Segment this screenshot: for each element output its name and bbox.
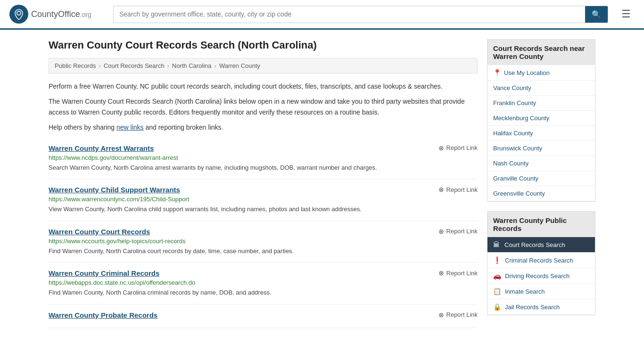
search-button[interactable]: 🔍 [585, 6, 608, 23]
new-links-link[interactable]: new links [116, 123, 144, 131]
result-url[interactable]: https://www.ncdps.gov/document/warrant-a… [49, 154, 478, 161]
location-icon: 📍 [493, 69, 501, 76]
result-title[interactable]: Warren County Child Support Warrants [49, 186, 180, 194]
logo-icon [9, 5, 28, 24]
nearby-section-title: Court Records Search near Warren County [487, 40, 595, 65]
sidebar: Court Records Search near Warren County … [487, 39, 595, 328]
result-url[interactable]: https://www.nccourts.gov/help-topics/cou… [49, 238, 478, 245]
sidebar-record-icon: 📋 [493, 288, 501, 295]
nearby-county-link[interactable]: Greensville County [487, 186, 595, 201]
report-label: Report Link [446, 270, 478, 277]
breadcrumb-item-warren-county: Warren County [219, 62, 260, 69]
hamburger-icon: ☰ [621, 8, 631, 20]
breadcrumb-item-north-carolina[interactable]: North Carolina [172, 62, 212, 69]
public-records-link[interactable]: 🏛Court Records Search [487, 237, 595, 253]
public-records-link[interactable]: 🔒Jail Records Search [487, 299, 595, 315]
nearby-county-link[interactable]: Brunswick County [487, 141, 595, 156]
nearby-county-link[interactable]: Halifax County [487, 126, 595, 141]
result-title[interactable]: Warren County Arrest Warrants [49, 144, 154, 152]
use-my-location-link[interactable]: 📍 Use My Location [487, 65, 595, 81]
result-desc: View Warren County, North Carolina child… [49, 205, 478, 214]
description-3: Help others by sharing new links and rep… [49, 122, 478, 132]
sidebar-record-icon: 🔒 [493, 303, 501, 311]
public-records-link[interactable]: 🚗Driving Records Search [487, 268, 595, 284]
menu-button[interactable]: ☰ [618, 6, 635, 22]
report-link[interactable]: ⊗ Report Link [438, 269, 478, 277]
result-desc: Find Warren County, North Carolina court… [49, 247, 478, 256]
page-layout: Warren County Court Records Search (Nort… [39, 30, 605, 337]
public-records-link[interactable]: ❗Criminal Records Search [487, 253, 595, 268]
report-icon: ⊗ [438, 228, 444, 235]
nearby-county-link[interactable]: Vance County [487, 81, 595, 96]
breadcrumb-item-court-records[interactable]: Court Records Search [104, 62, 165, 69]
list-item: Warren County Probate Records ⊗ Report L… [49, 304, 478, 328]
result-title[interactable]: Warren County Criminal Records [49, 269, 159, 277]
sidebar-record-icon: ❗ [493, 256, 501, 264]
sidebar-record-label: Driving Records Search [505, 272, 570, 280]
report-link[interactable]: ⊗ Report Link [438, 228, 478, 235]
logo-area: CountyOffice.org [9, 5, 104, 24]
search-input[interactable] [114, 6, 585, 23]
nearby-county-link[interactable]: Nash County [487, 156, 595, 171]
logo-text: CountyOffice.org [31, 9, 91, 19]
report-icon: ⊗ [438, 311, 444, 319]
svg-point-1 [17, 12, 20, 15]
sidebar-record-icon: 🚗 [493, 272, 501, 280]
description-2: The Warren County Court Records Search (… [49, 96, 478, 117]
report-link[interactable]: ⊗ Report Link [438, 311, 478, 319]
page-title: Warren County Court Records Search (Nort… [49, 39, 478, 51]
report-icon: ⊗ [438, 269, 444, 277]
description-1: Perform a free Warren County, NC public … [49, 81, 478, 91]
report-icon: ⊗ [438, 144, 444, 152]
breadcrumb: Public Records › Court Records Search › … [49, 58, 478, 74]
sidebar-record-icon: 🏛 [493, 241, 501, 248]
breadcrumb-separator: › [99, 62, 100, 69]
result-title[interactable]: Warren County Probate Records [49, 311, 157, 319]
result-url[interactable]: https://www.warrencountync.com/195/Child… [49, 196, 478, 203]
result-url[interactable]: https://webapps.doc.state.nc.us/opi/offe… [49, 279, 478, 286]
report-link[interactable]: ⊗ Report Link [438, 144, 478, 152]
public-records-links: 🏛Court Records Search❗Criminal Records S… [487, 237, 595, 315]
report-label: Report Link [446, 144, 478, 151]
sidebar-record-label: Court Records Search [504, 241, 565, 248]
nearby-section: Court Records Search near Warren County … [487, 39, 595, 202]
breadcrumb-item-public-records[interactable]: Public Records [55, 62, 96, 69]
sidebar-record-label: Jail Records Search [505, 304, 560, 311]
list-item: Warren County Court Records ⊗ Report Lin… [49, 221, 478, 263]
sidebar-record-label: Criminal Records Search [505, 257, 573, 264]
search-bar: 🔍 [113, 6, 608, 23]
list-item: Warren County Child Support Warrants ⊗ R… [49, 179, 478, 221]
breadcrumb-separator-3: › [215, 62, 216, 69]
search-icon: 🔍 [592, 10, 601, 18]
report-icon: ⊗ [438, 186, 444, 193]
report-label: Report Link [446, 311, 478, 318]
result-desc: Search Warren County, North Carolina arr… [49, 163, 478, 173]
public-records-section: Warren County Public Records 🏛Court Reco… [487, 211, 595, 315]
nearby-county-link[interactable]: Granville County [487, 171, 595, 186]
nearby-counties-list: Vance CountyFranklin CountyMecklenburg C… [487, 81, 595, 201]
public-records-title: Warren County Public Records [487, 212, 595, 237]
list-item: Warren County Arrest Warrants ⊗ Report L… [49, 138, 478, 180]
report-label: Report Link [446, 228, 478, 235]
report-link[interactable]: ⊗ Report Link [438, 186, 478, 193]
nearby-county-link[interactable]: Franklin County [487, 96, 595, 111]
results-list: Warren County Arrest Warrants ⊗ Report L… [49, 138, 478, 328]
site-header: CountyOffice.org 🔍 ☰ [0, 0, 644, 30]
result-desc: Find Warren County, North Carolina crimi… [49, 288, 478, 297]
nearby-county-link[interactable]: Mecklenburg County [487, 111, 595, 126]
main-content: Warren County Court Records Search (Nort… [49, 39, 478, 328]
sidebar-record-label: Inmate Search [505, 288, 545, 295]
list-item: Warren County Criminal Records ⊗ Report … [49, 263, 478, 304]
breadcrumb-separator-2: › [167, 62, 169, 69]
result-title[interactable]: Warren County Court Records [49, 228, 150, 236]
public-records-link[interactable]: 📋Inmate Search [487, 284, 595, 299]
report-label: Report Link [446, 186, 478, 193]
